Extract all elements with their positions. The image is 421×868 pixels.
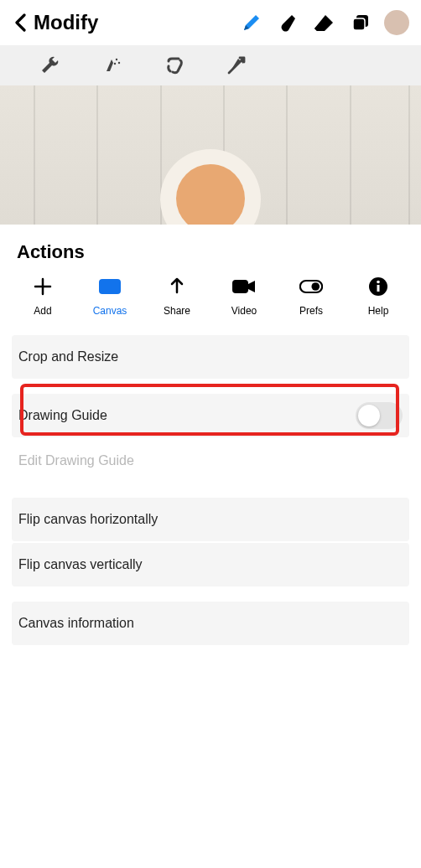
page-title: Modify bbox=[34, 11, 98, 34]
layers-icon[interactable] bbox=[342, 4, 379, 41]
tab-add[interactable]: Add bbox=[18, 275, 67, 317]
actions-tabs: Add Canvas Share Video Prefs bbox=[0, 275, 421, 328]
row-drawing-guide[interactable]: Drawing Guide bbox=[12, 394, 409, 437]
tab-label: Prefs bbox=[299, 305, 323, 317]
row-label: Edit Drawing Guide bbox=[18, 453, 134, 468]
tab-share[interactable]: Share bbox=[153, 275, 201, 317]
svg-point-3 bbox=[118, 62, 120, 64]
info-icon bbox=[366, 275, 390, 298]
svg-point-11 bbox=[377, 281, 380, 284]
arrow-icon[interactable] bbox=[223, 52, 250, 79]
tab-label: Add bbox=[34, 305, 51, 317]
sub-toolbar bbox=[0, 45, 421, 85]
row-label: Canvas information bbox=[18, 616, 134, 631]
row-label: Flip canvas horizontally bbox=[18, 512, 158, 527]
color-swatch[interactable] bbox=[384, 10, 409, 35]
row-flip-horizontal[interactable]: Flip canvas horizontally bbox=[12, 498, 409, 541]
canvas-options-list: Crop and Resize Drawing Guide Edit Drawi… bbox=[0, 328, 421, 654]
canvas-icon bbox=[98, 275, 122, 298]
panel-title: Actions bbox=[0, 241, 421, 275]
selection-icon[interactable] bbox=[161, 52, 188, 79]
tab-video[interactable]: Video bbox=[220, 275, 268, 317]
wrench-icon[interactable] bbox=[37, 52, 64, 79]
toggle-icon bbox=[299, 275, 323, 298]
tab-canvas[interactable]: Canvas bbox=[86, 275, 134, 317]
tab-prefs[interactable]: Prefs bbox=[287, 275, 335, 317]
toggle-knob bbox=[358, 405, 380, 426]
row-crop-resize[interactable]: Crop and Resize bbox=[12, 335, 409, 379]
eraser-icon[interactable] bbox=[305, 4, 342, 41]
row-label: Crop and Resize bbox=[18, 349, 118, 364]
svg-rect-10 bbox=[377, 285, 380, 292]
row-flip-vertical[interactable]: Flip canvas vertically bbox=[12, 543, 409, 586]
svg-point-2 bbox=[116, 59, 117, 60]
adjustments-icon[interactable] bbox=[99, 52, 126, 79]
share-icon bbox=[165, 275, 189, 298]
brush-icon[interactable] bbox=[231, 4, 268, 41]
svg-rect-1 bbox=[353, 18, 365, 30]
tab-help[interactable]: Help bbox=[354, 275, 403, 317]
tab-label: Canvas bbox=[93, 305, 127, 317]
tab-label: Share bbox=[164, 305, 190, 317]
row-label: Flip canvas vertically bbox=[18, 557, 143, 572]
svg-point-8 bbox=[311, 282, 320, 291]
svg-point-4 bbox=[114, 63, 116, 65]
svg-rect-5 bbox=[99, 279, 121, 294]
smudge-icon[interactable] bbox=[268, 4, 305, 41]
canvas-preview bbox=[0, 85, 421, 225]
row-label: Drawing Guide bbox=[18, 408, 107, 423]
svg-rect-6 bbox=[232, 280, 248, 293]
actions-panel: Actions Add Canvas Share Video bbox=[0, 225, 421, 868]
tab-label: Video bbox=[231, 305, 257, 317]
top-bar: Modify bbox=[0, 0, 421, 45]
video-icon bbox=[232, 275, 256, 298]
tab-label: Help bbox=[368, 305, 389, 317]
drawing-guide-toggle[interactable] bbox=[356, 402, 403, 429]
row-edit-drawing-guide: Edit Drawing Guide bbox=[12, 439, 409, 483]
row-canvas-information[interactable]: Canvas information bbox=[12, 602, 409, 645]
plus-icon bbox=[31, 275, 55, 298]
back-button[interactable] bbox=[12, 13, 30, 32]
